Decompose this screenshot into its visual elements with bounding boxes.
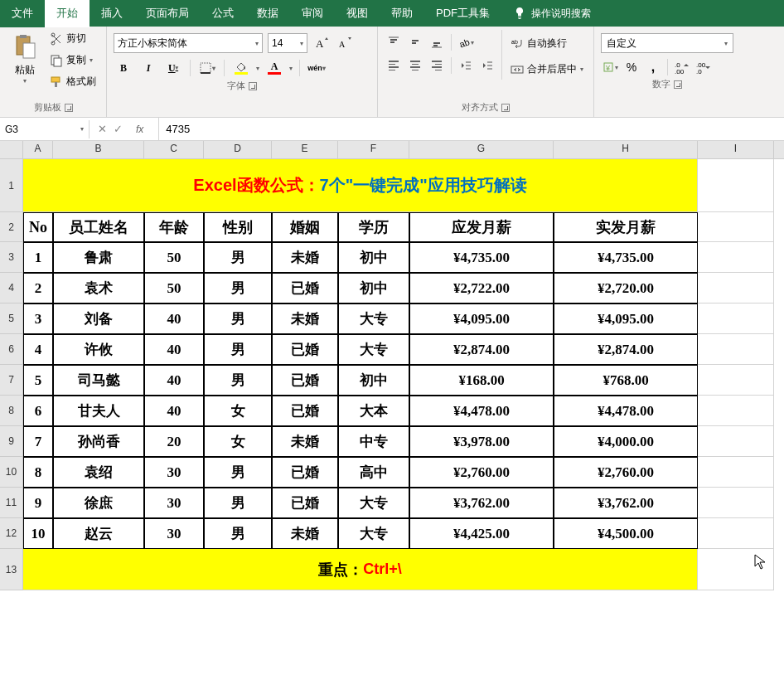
formula-input[interactable]: 4735	[159, 119, 784, 138]
col-header[interactable]: D	[204, 141, 272, 158]
tab-data[interactable]: 数据	[245, 0, 290, 27]
cell-name[interactable]: 鲁肃	[53, 242, 144, 273]
cell-name[interactable]: 孙尚香	[53, 426, 144, 457]
cell-marriage[interactable]: 未婚	[272, 242, 338, 273]
cell-actual-salary[interactable]: ¥2,874.00	[554, 334, 698, 365]
cell-no[interactable]: 2	[23, 273, 53, 304]
col-header[interactable]: F	[338, 141, 409, 158]
cell-due-salary[interactable]: ¥168.00	[409, 365, 554, 396]
cell-gender[interactable]: 男	[204, 488, 272, 518]
confirm-formula-button[interactable]: ✓	[114, 123, 123, 135]
increase-indent-button[interactable]	[478, 56, 496, 75]
cell-due-salary[interactable]: ¥3,762.00	[409, 488, 554, 518]
merge-center-button[interactable]: 合并后居中 ▾	[507, 61, 587, 78]
cell[interactable]	[698, 334, 774, 365]
cell-marriage[interactable]: 已婚	[272, 488, 338, 518]
tell-me-search[interactable]: 操作说明搜索	[501, 7, 603, 21]
cell-due-salary[interactable]: ¥2,722.00	[409, 273, 554, 304]
font-name-select[interactable]: 方正小标宋简体 ▾	[114, 33, 263, 53]
cell-name[interactable]: 徐庶	[53, 488, 144, 518]
cell-gender[interactable]: 男	[204, 273, 272, 304]
tab-help[interactable]: 帮助	[380, 0, 424, 27]
row-header[interactable]: 1	[0, 159, 23, 212]
col-header[interactable]: B	[53, 141, 144, 158]
cell-due-salary[interactable]: ¥3,978.00	[409, 426, 554, 457]
align-center-button[interactable]	[406, 56, 424, 75]
tab-pdf-tools[interactable]: PDF工具集	[424, 0, 501, 27]
font-color-button[interactable]: A	[264, 61, 284, 75]
cell-education[interactable]: 初中	[338, 242, 409, 273]
cell-gender[interactable]: 男	[204, 242, 272, 273]
cell-marriage[interactable]: 已婚	[272, 457, 338, 488]
cell-no[interactable]: 9	[23, 488, 53, 518]
cell[interactable]	[698, 242, 774, 273]
comma-button[interactable]: ,	[644, 58, 662, 76]
cell-marriage[interactable]: 未婚	[272, 304, 338, 334]
decrease-indent-button[interactable]	[457, 56, 475, 75]
copy-button[interactable]: 复制 ▾	[46, 51, 99, 69]
align-right-button[interactable]	[428, 56, 446, 75]
col-header[interactable]: C	[144, 141, 204, 158]
cell-age[interactable]: 40	[144, 396, 204, 426]
cell-actual-salary[interactable]: ¥4,000.00	[554, 426, 698, 457]
cell-age[interactable]: 30	[144, 518, 204, 549]
cell-age[interactable]: 50	[144, 242, 204, 273]
cell[interactable]	[698, 457, 774, 488]
cell-due-salary[interactable]: ¥4,735.00	[409, 242, 554, 273]
cell-no[interactable]: 7	[23, 426, 53, 457]
cell-actual-salary[interactable]: ¥2,760.00	[554, 457, 698, 488]
header-cell[interactable]: No	[23, 212, 53, 242]
cell-marriage[interactable]: 已婚	[272, 273, 338, 304]
header-cell[interactable]: 年龄	[144, 212, 204, 242]
cell-no[interactable]: 4	[23, 334, 53, 365]
cell-gender[interactable]: 男	[204, 334, 272, 365]
cell-education[interactable]: 大专	[338, 334, 409, 365]
shrink-font-button[interactable]: A	[336, 34, 354, 52]
grow-font-button[interactable]: A	[312, 34, 331, 52]
cell-age[interactable]: 40	[144, 365, 204, 396]
cell[interactable]	[698, 396, 774, 426]
header-cell[interactable]: 员工姓名	[53, 212, 144, 242]
cell-education[interactable]: 初中	[338, 365, 409, 396]
font-size-select[interactable]: 14 ▾	[268, 33, 307, 53]
header-cell[interactable]: 性别	[204, 212, 272, 242]
cell-name[interactable]: 甘夫人	[53, 396, 144, 426]
cell-gender[interactable]: 女	[204, 426, 272, 457]
cell-actual-salary[interactable]: ¥3,762.00	[554, 488, 698, 518]
cell-no[interactable]: 5	[23, 365, 53, 396]
col-header[interactable]: H	[554, 141, 698, 158]
align-bottom-button[interactable]	[428, 33, 446, 51]
cell-actual-salary[interactable]: ¥4,500.00	[554, 518, 698, 549]
italic-button[interactable]: I	[138, 58, 158, 78]
cell[interactable]	[698, 518, 774, 549]
cell-name[interactable]: 袁绍	[53, 457, 144, 488]
cell-name[interactable]: 许攸	[53, 334, 144, 365]
row-header[interactable]: 6	[0, 334, 23, 365]
cell[interactable]	[698, 426, 774, 457]
cell-education[interactable]: 中专	[338, 426, 409, 457]
cell-no[interactable]: 1	[23, 242, 53, 273]
cell[interactable]	[698, 304, 774, 334]
tab-view[interactable]: 视图	[335, 0, 380, 27]
chevron-down-icon[interactable]: ▾	[256, 65, 259, 72]
name-box[interactable]: G3 ▾	[0, 120, 90, 138]
decrease-decimal-button[interactable]: .00.0	[694, 58, 713, 76]
fx-icon[interactable]: fx	[129, 124, 150, 135]
align-left-button[interactable]	[385, 56, 403, 75]
col-header[interactable]: I	[698, 141, 774, 158]
cell-no[interactable]: 3	[23, 304, 53, 334]
cell-name[interactable]: 赵云	[53, 518, 144, 549]
cell[interactable]	[698, 365, 774, 396]
wrap-text-button[interactable]: ab 自动换行	[507, 35, 587, 52]
cut-button[interactable]: 剪切	[46, 30, 99, 47]
row-header[interactable]: 5	[0, 304, 23, 334]
cell-education[interactable]: 大专	[338, 304, 409, 334]
cell-age[interactable]: 50	[144, 273, 204, 304]
cell-no[interactable]: 6	[23, 396, 53, 426]
cell[interactable]	[698, 159, 774, 212]
cell-actual-salary[interactable]: ¥4,478.00	[554, 396, 698, 426]
cell-due-salary[interactable]: ¥2,760.00	[409, 457, 554, 488]
tab-insert[interactable]: 插入	[90, 0, 134, 27]
cell-no[interactable]: 8	[23, 457, 53, 488]
paste-button[interactable]: 粘贴 ▾	[7, 30, 43, 88]
